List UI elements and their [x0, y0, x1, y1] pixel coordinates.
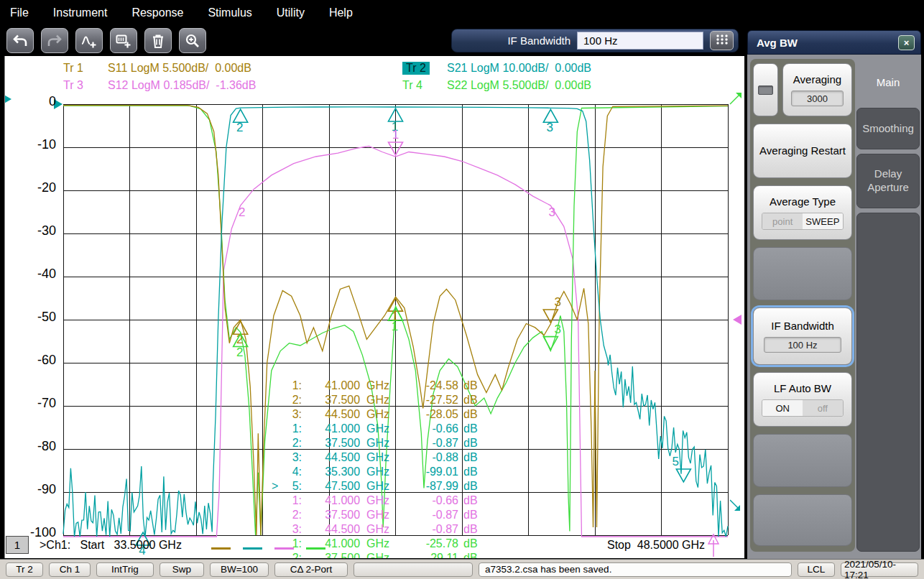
averaging-button[interactable]: Averaging3000 — [782, 63, 852, 116]
marker-active-prefix — [272, 379, 283, 393]
menu-utility[interactable]: Utility — [277, 6, 305, 19]
marker-number-label: 1 — [392, 128, 399, 142]
average-type-switch[interactable]: pointSWEEP — [762, 213, 843, 230]
marker-value: -0.88 — [389, 450, 458, 465]
marker-number-label: 1 — [392, 320, 398, 333]
redo-icon — [46, 33, 63, 49]
blank-button — [753, 494, 852, 546]
close-icon[interactable]: × — [898, 35, 915, 50]
marker-table-row: 2:37.500 GHz-0.87dB — [272, 436, 489, 450]
redo-button[interactable] — [41, 28, 68, 53]
if-bandwidth-value[interactable]: 100 Hz — [764, 337, 841, 353]
marker-2-s12[interactable]: 2 — [239, 205, 245, 219]
status-tr-2[interactable]: Tr 2 — [6, 562, 43, 577]
trace-tag-s21[interactable]: Tr 2 — [402, 62, 430, 75]
marker-2-s21[interactable]: 2 — [234, 109, 248, 134]
marker-unit: dB — [458, 494, 489, 508]
marker-frequency: 41.000 GHz — [302, 494, 389, 508]
marker-active-prefix — [272, 522, 283, 537]
marker-unit: dB — [458, 407, 489, 422]
marker-unit: dB — [458, 450, 489, 465]
menu-help[interactable]: Help — [329, 6, 353, 19]
marker-value: -99.01 — [389, 465, 458, 479]
delete-button[interactable] — [144, 28, 172, 53]
trace-tag-s12[interactable]: Tr 3 — [63, 79, 83, 92]
marker-number: 4: — [283, 465, 302, 479]
marker-3-s22[interactable]: 3 — [543, 323, 561, 350]
tab-main[interactable]: Main — [856, 62, 920, 103]
marker-unit: dB — [458, 508, 489, 522]
marker-number: 1: — [283, 422, 302, 436]
add-channel-button[interactable] — [110, 28, 137, 53]
marker-table-row: 3:44.500 GHz-0.88dB — [272, 450, 489, 465]
marker-frequency: 44.500 GHz — [302, 407, 389, 422]
marker-unit: dB — [458, 393, 489, 407]
marker-table-row: 1:41.000 GHz-0.66dB — [272, 422, 489, 436]
menu-instrument[interactable]: Instrument — [53, 6, 108, 19]
lf-auto-bw-switch-right[interactable]: off — [803, 400, 843, 416]
tr4-continuation-arrow — [730, 95, 739, 104]
marker-3-s21[interactable]: 3 — [543, 109, 558, 134]
add-channel-icon — [115, 33, 132, 49]
trace-style-sample — [211, 547, 231, 550]
panel-title: Avg BW — [757, 37, 798, 49]
marker-frequency: 47.500 GHz — [302, 479, 389, 494]
zoom-icon — [184, 33, 201, 49]
trace-desc-s22: S22 LogM 5.500dB/ 0.00dB — [447, 79, 591, 92]
marker-table-row: 4:35.300 GHz-99.01dB — [272, 465, 489, 479]
status-empty-segment — [354, 562, 473, 577]
status-swp[interactable]: Swp — [160, 562, 204, 577]
trace-desc-s12: S12 LogM 0.185dB/ -1.36dB — [108, 79, 256, 92]
stop-frequency-label: Stop 48.5000 GHz — [607, 539, 705, 552]
menu-stimulus[interactable]: Stimulus — [208, 6, 251, 19]
keypad-button[interactable] — [710, 31, 734, 50]
status-ch-1[interactable]: Ch 1 — [49, 562, 91, 577]
status-inttrig[interactable]: IntTrig — [96, 562, 154, 577]
averaging-restart-button[interactable]: Averaging Restart — [753, 124, 852, 178]
average-type-switch-right[interactable]: SWEEP — [803, 213, 843, 229]
if-bandwidth-input[interactable]: 100 Hz — [577, 32, 703, 50]
y-tick-label: -70 — [0, 397, 56, 409]
status-bar: Tr 2Ch 1IntTrigSwpBW=100CΔ 2-Port a7353.… — [0, 559, 924, 579]
average-type-button[interactable]: Average TypepointSWEEP — [753, 185, 852, 240]
channel-button[interactable]: 1 — [6, 536, 29, 554]
tab-smoothing[interactable]: Smoothing — [856, 108, 920, 149]
trace-tag-s11[interactable]: Tr 1 — [63, 62, 83, 75]
marker-frequency: 35.300 GHz — [302, 465, 389, 479]
marker-table-row: 3:44.500 GHz-0.87dB — [272, 522, 489, 537]
marker-value: -0.66 — [389, 422, 458, 436]
marker-number: 2: — [283, 393, 302, 407]
marker-number-label: 5 — [673, 455, 679, 468]
marker-number-label: 3 — [549, 205, 555, 219]
y-tick-label: -80 — [0, 440, 56, 453]
average-type-switch-left[interactable]: point — [762, 213, 803, 229]
menu-response[interactable]: Response — [131, 6, 183, 19]
start-frequency-label: >Ch1: Start 33.5000 GHz — [40, 539, 182, 552]
add-trace-button[interactable] — [75, 28, 103, 53]
status-c-2-port[interactable]: CΔ 2-Port — [274, 562, 348, 577]
lf-auto-bw-button[interactable]: LF Auto BWONoff — [753, 372, 852, 427]
marker-table-row: 1:41.000 GHz-0.66dB — [272, 494, 489, 508]
marker-3-s12[interactable]: 3 — [549, 205, 555, 219]
lcl-button[interactable]: LCL — [798, 562, 835, 577]
tab-delay-aperture[interactable]: Delay Aperture — [856, 154, 920, 208]
marker-unit: dB — [458, 436, 489, 450]
if-bandwidth-button[interactable]: IF Bandwidth100 Hz — [753, 307, 852, 365]
averaging-value[interactable]: 3000 — [791, 91, 844, 106]
zoom-button[interactable] — [179, 28, 206, 53]
marker-frequency: 37.500 GHz — [302, 551, 389, 558]
trace-desc-s21: S21 LogM 10.00dB/ 0.00dB — [447, 62, 591, 75]
status-bw-100[interactable]: BW=100 — [210, 562, 269, 577]
lf-auto-bw-switch[interactable]: ONoff — [762, 399, 843, 417]
marker-active-prefix — [272, 508, 283, 522]
averaging-toggle-button[interactable] — [753, 63, 778, 116]
tr3-reference-arrow-icon — [733, 315, 741, 325]
menu-file[interactable]: File — [10, 6, 29, 19]
marker-3-s11[interactable]: 3 — [543, 295, 561, 323]
y-tick-label: -10 — [0, 138, 56, 151]
lf-auto-bw-switch-left[interactable]: ON — [762, 400, 803, 416]
y-tick-label: -50 — [0, 310, 56, 323]
marker-triangle-icon — [543, 310, 558, 323]
trace-tag-s22[interactable]: Tr 4 — [402, 79, 422, 92]
undo-button[interactable] — [6, 28, 34, 53]
